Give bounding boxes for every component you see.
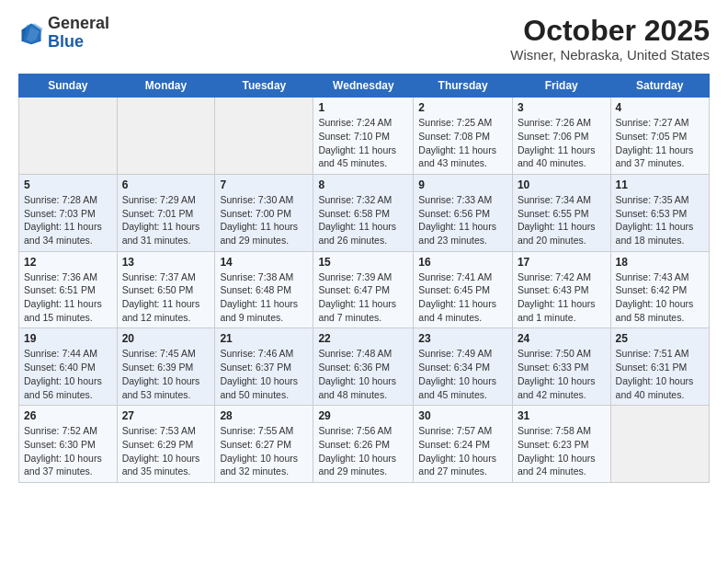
day-info: Sunrise: 7:30 AMSunset: 7:00 PMDaylight:… bbox=[220, 193, 308, 247]
calendar-cell: 5Sunrise: 7:28 AMSunset: 7:03 PMDaylight… bbox=[19, 174, 118, 251]
header-day-saturday: Saturday bbox=[610, 75, 709, 98]
calendar-cell: 8Sunrise: 7:32 AMSunset: 6:58 PMDaylight… bbox=[313, 174, 414, 251]
calendar-cell: 30Sunrise: 7:57 AMSunset: 6:24 PMDayligh… bbox=[414, 406, 513, 483]
day-info: Sunrise: 7:39 AMSunset: 6:47 PMDaylight:… bbox=[318, 270, 408, 325]
day-info: Sunrise: 7:53 AMSunset: 6:29 PMDaylight:… bbox=[122, 424, 210, 478]
calendar-cell: 27Sunrise: 7:53 AMSunset: 6:29 PMDayligh… bbox=[117, 406, 215, 483]
title-block: October 2025 Wisner, Nebraska, United St… bbox=[510, 15, 710, 63]
day-info: Sunrise: 7:27 AMSunset: 7:05 PMDaylight:… bbox=[616, 116, 704, 170]
calendar-cell: 25Sunrise: 7:51 AMSunset: 6:31 PMDayligh… bbox=[610, 328, 709, 406]
calendar-cell: 16Sunrise: 7:41 AMSunset: 6:45 PMDayligh… bbox=[414, 251, 513, 328]
day-info: Sunrise: 7:29 AMSunset: 7:01 PMDaylight:… bbox=[122, 193, 210, 247]
header: General Blue October 2025 Wisner, Nebras… bbox=[18, 15, 710, 63]
day-info: Sunrise: 7:25 AMSunset: 7:08 PMDaylight:… bbox=[418, 116, 507, 170]
calendar-cell: 24Sunrise: 7:50 AMSunset: 6:33 PMDayligh… bbox=[512, 328, 610, 406]
day-number: 14 bbox=[220, 256, 308, 269]
calendar-cell: 4Sunrise: 7:27 AMSunset: 7:05 PMDaylight… bbox=[610, 98, 709, 175]
day-info: Sunrise: 7:49 AMSunset: 6:34 PMDaylight:… bbox=[418, 347, 507, 401]
day-number: 24 bbox=[518, 332, 606, 345]
day-info: Sunrise: 7:34 AMSunset: 6:55 PMDaylight:… bbox=[518, 193, 606, 247]
day-info: Sunrise: 7:37 AMSunset: 6:50 PMDaylight:… bbox=[122, 270, 210, 325]
day-info: Sunrise: 7:48 AMSunset: 6:36 PMDaylight:… bbox=[318, 347, 408, 401]
calendar-cell: 22Sunrise: 7:48 AMSunset: 6:36 PMDayligh… bbox=[313, 328, 414, 406]
calendar-title: October 2025 bbox=[510, 15, 710, 47]
calendar-cell: 26Sunrise: 7:52 AMSunset: 6:30 PMDayligh… bbox=[19, 406, 118, 483]
day-number: 17 bbox=[518, 256, 606, 269]
day-info: Sunrise: 7:45 AMSunset: 6:39 PMDaylight:… bbox=[122, 347, 210, 401]
calendar-cell: 19Sunrise: 7:44 AMSunset: 6:40 PMDayligh… bbox=[19, 328, 118, 406]
calendar-cell bbox=[117, 98, 215, 175]
day-number: 26 bbox=[24, 409, 112, 422]
day-number: 18 bbox=[616, 256, 704, 269]
day-number: 16 bbox=[418, 256, 507, 269]
day-number: 5 bbox=[24, 178, 112, 191]
calendar-cell: 7Sunrise: 7:30 AMSunset: 7:00 PMDaylight… bbox=[215, 174, 313, 251]
calendar-week-row: 5Sunrise: 7:28 AMSunset: 7:03 PMDaylight… bbox=[19, 174, 710, 251]
day-number: 27 bbox=[122, 409, 210, 422]
day-info: Sunrise: 7:32 AMSunset: 6:58 PMDaylight:… bbox=[318, 193, 408, 247]
calendar-cell: 31Sunrise: 7:58 AMSunset: 6:23 PMDayligh… bbox=[512, 406, 610, 483]
calendar-cell: 21Sunrise: 7:46 AMSunset: 6:37 PMDayligh… bbox=[215, 328, 313, 406]
day-info: Sunrise: 7:38 AMSunset: 6:48 PMDaylight:… bbox=[220, 270, 308, 325]
day-number: 29 bbox=[318, 409, 408, 422]
day-number: 10 bbox=[518, 178, 606, 191]
calendar-cell: 6Sunrise: 7:29 AMSunset: 7:01 PMDaylight… bbox=[117, 174, 215, 251]
day-number: 25 bbox=[616, 332, 704, 345]
calendar-cell: 10Sunrise: 7:34 AMSunset: 6:55 PMDayligh… bbox=[512, 174, 610, 251]
day-info: Sunrise: 7:24 AMSunset: 7:10 PMDaylight:… bbox=[318, 116, 408, 170]
day-number: 8 bbox=[318, 178, 408, 191]
header-day-thursday: Thursday bbox=[414, 75, 513, 98]
calendar-cell: 2Sunrise: 7:25 AMSunset: 7:08 PMDaylight… bbox=[414, 98, 513, 175]
day-number: 1 bbox=[318, 101, 408, 114]
day-info: Sunrise: 7:57 AMSunset: 6:24 PMDaylight:… bbox=[418, 424, 507, 478]
calendar-subtitle: Wisner, Nebraska, United States bbox=[510, 47, 710, 63]
header-day-tuesday: Tuesday bbox=[215, 75, 313, 98]
calendar-cell: 23Sunrise: 7:49 AMSunset: 6:34 PMDayligh… bbox=[414, 328, 513, 406]
day-info: Sunrise: 7:58 AMSunset: 6:23 PMDaylight:… bbox=[518, 424, 606, 478]
day-number: 20 bbox=[122, 332, 210, 345]
header-day-monday: Monday bbox=[117, 75, 215, 98]
day-number: 4 bbox=[616, 101, 704, 114]
day-number: 28 bbox=[220, 409, 308, 422]
day-number: 7 bbox=[220, 178, 308, 191]
calendar-cell: 11Sunrise: 7:35 AMSunset: 6:53 PMDayligh… bbox=[610, 174, 709, 251]
calendar-cell: 9Sunrise: 7:33 AMSunset: 6:56 PMDaylight… bbox=[414, 174, 513, 251]
day-number: 13 bbox=[122, 256, 210, 269]
calendar-cell: 3Sunrise: 7:26 AMSunset: 7:06 PMDaylight… bbox=[512, 98, 610, 175]
calendar-header-row: SundayMondayTuesdayWednesdayThursdayFrid… bbox=[19, 75, 710, 98]
calendar-week-row: 12Sunrise: 7:36 AMSunset: 6:51 PMDayligh… bbox=[19, 251, 710, 328]
calendar-cell bbox=[610, 406, 709, 483]
calendar-cell: 17Sunrise: 7:42 AMSunset: 6:43 PMDayligh… bbox=[512, 251, 610, 328]
logo-blue-text: Blue bbox=[48, 32, 84, 51]
day-number: 22 bbox=[318, 332, 408, 345]
day-info: Sunrise: 7:26 AMSunset: 7:06 PMDaylight:… bbox=[518, 116, 606, 170]
header-day-sunday: Sunday bbox=[19, 75, 118, 98]
day-info: Sunrise: 7:56 AMSunset: 6:26 PMDaylight:… bbox=[318, 424, 408, 478]
day-number: 23 bbox=[418, 332, 507, 345]
page: General Blue October 2025 Wisner, Nebras… bbox=[0, 0, 728, 563]
day-number: 2 bbox=[418, 101, 507, 114]
day-info: Sunrise: 7:35 AMSunset: 6:53 PMDaylight:… bbox=[616, 193, 704, 247]
day-number: 9 bbox=[418, 178, 507, 191]
calendar-week-row: 26Sunrise: 7:52 AMSunset: 6:30 PMDayligh… bbox=[19, 406, 710, 483]
day-info: Sunrise: 7:43 AMSunset: 6:42 PMDaylight:… bbox=[616, 270, 704, 325]
header-day-wednesday: Wednesday bbox=[313, 75, 414, 98]
day-info: Sunrise: 7:46 AMSunset: 6:37 PMDaylight:… bbox=[220, 347, 308, 401]
day-number: 31 bbox=[518, 409, 606, 422]
day-number: 19 bbox=[24, 332, 112, 345]
calendar-cell bbox=[215, 98, 313, 175]
day-info: Sunrise: 7:33 AMSunset: 6:56 PMDaylight:… bbox=[418, 193, 507, 247]
day-info: Sunrise: 7:44 AMSunset: 6:40 PMDaylight:… bbox=[24, 347, 112, 401]
day-info: Sunrise: 7:55 AMSunset: 6:27 PMDaylight:… bbox=[220, 424, 308, 478]
day-number: 3 bbox=[518, 101, 606, 114]
day-info: Sunrise: 7:28 AMSunset: 7:03 PMDaylight:… bbox=[24, 193, 112, 247]
calendar-cell: 15Sunrise: 7:39 AMSunset: 6:47 PMDayligh… bbox=[313, 251, 414, 328]
calendar-cell bbox=[19, 98, 118, 175]
calendar-cell: 1Sunrise: 7:24 AMSunset: 7:10 PMDaylight… bbox=[313, 98, 414, 175]
logo-icon bbox=[18, 20, 44, 46]
logo-general-text: General bbox=[48, 14, 109, 32]
calendar-cell: 14Sunrise: 7:38 AMSunset: 6:48 PMDayligh… bbox=[215, 251, 313, 328]
day-number: 15 bbox=[318, 256, 408, 269]
calendar-cell: 20Sunrise: 7:45 AMSunset: 6:39 PMDayligh… bbox=[117, 328, 215, 406]
day-number: 11 bbox=[616, 178, 704, 191]
